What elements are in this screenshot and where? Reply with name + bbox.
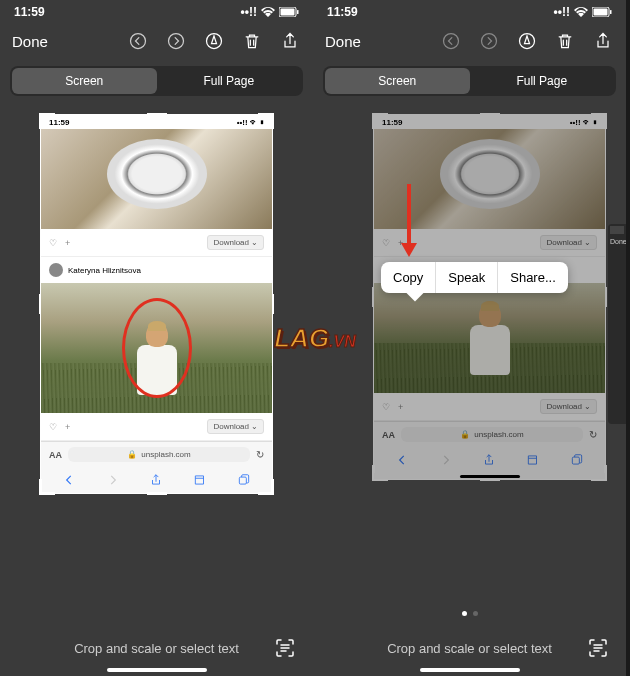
author-row[interactable]: Kateryna Hliznitsova	[41, 257, 272, 283]
screenshot-preview[interactable]: 11:59 ••!! ᯤ ▮ ♡ + Download ⌄ Kateryna H…	[373, 114, 606, 480]
share-up-icon[interactable]	[482, 453, 496, 467]
next-screenshot-peek[interactable]: Done	[608, 224, 626, 424]
url-text: unsplash.com	[474, 430, 523, 439]
child-photo	[41, 283, 272, 413]
plus-icon[interactable]: +	[398, 402, 403, 412]
author-name: Kateryna Hliznitsova	[68, 266, 141, 275]
status-icons: ••!!	[554, 5, 612, 19]
signal-icon: ••!!	[554, 5, 570, 19]
crop-handle-tl[interactable]	[372, 113, 388, 129]
text-size-button[interactable]: AA	[382, 430, 395, 440]
download-button-2[interactable]: Download ⌄	[207, 419, 264, 434]
share-up-icon[interactable]	[149, 473, 163, 487]
text-size-button[interactable]: AA	[49, 450, 62, 460]
plus-icon[interactable]: +	[65, 238, 70, 248]
chevron-down-icon: ⌄	[251, 238, 258, 247]
back-icon[interactable]	[62, 473, 76, 487]
download-button[interactable]: Download ⌄	[207, 235, 264, 250]
bookmarks-icon[interactable]	[526, 453, 540, 467]
dot-1[interactable]	[462, 611, 467, 616]
food-photo	[41, 129, 272, 229]
url-field[interactable]: 🔒 unsplash.com	[401, 427, 583, 442]
chevron-down-icon: ⌄	[584, 238, 591, 247]
tab-full-page[interactable]: Full Page	[157, 68, 302, 94]
safari-url-bar: AA 🔒 unsplash.com ↻	[374, 421, 605, 447]
trash-icon[interactable]	[241, 30, 263, 52]
back-icon[interactable]	[395, 453, 409, 467]
status-time: 11:59	[327, 5, 358, 19]
tabs-icon[interactable]	[237, 473, 251, 487]
live-text-icon[interactable]	[273, 636, 297, 660]
preview-area[interactable]: Done Copy Speak Share... 11:59 ••!! ᯤ ▮	[313, 104, 626, 604]
crop-handle-bottom[interactable]	[147, 492, 167, 495]
phone-left: 11:59 ••!! Done Screen Full Page	[0, 0, 313, 676]
heart-icon[interactable]: ♡	[49, 422, 57, 432]
svg-rect-2	[297, 10, 299, 14]
crop-handle-tr[interactable]	[258, 113, 274, 129]
reload-icon[interactable]: ↻	[589, 429, 597, 440]
crop-handle-tr[interactable]	[591, 113, 607, 129]
lock-icon: 🔒	[460, 430, 470, 439]
crop-handle-top[interactable]	[147, 113, 167, 116]
plus-icon[interactable]: +	[65, 422, 70, 432]
chevron-down-icon: ⌄	[584, 402, 591, 411]
crop-handle-bl[interactable]	[39, 479, 55, 495]
trash-icon[interactable]	[554, 30, 576, 52]
screenshot-status-bar: 11:59 ••!! ᯤ ▮	[41, 115, 272, 129]
lock-icon: 🔒	[127, 450, 137, 459]
redo-icon[interactable]	[165, 30, 187, 52]
safari-url-bar: AA 🔒 unsplash.com ↻	[41, 441, 272, 467]
download-button[interactable]: Download ⌄	[540, 235, 597, 250]
heart-icon[interactable]: ♡	[382, 238, 390, 248]
home-indicator[interactable]	[420, 668, 520, 672]
share-icon[interactable]	[279, 30, 301, 52]
safari-toolbar	[374, 447, 605, 473]
crop-handle-tl[interactable]	[39, 113, 55, 129]
tabs-icon[interactable]	[570, 453, 584, 467]
live-text-icon[interactable]	[586, 636, 610, 660]
battery-icon	[592, 7, 612, 17]
status-time: 11:59	[14, 5, 45, 19]
ss-home-indicator	[460, 475, 520, 478]
reload-icon[interactable]: ↻	[256, 449, 264, 460]
heart-icon[interactable]: ♡	[382, 402, 390, 412]
redo-icon[interactable]	[478, 30, 500, 52]
undo-icon[interactable]	[127, 30, 149, 52]
bookmarks-icon[interactable]	[193, 473, 207, 487]
dot-2[interactable]	[473, 611, 478, 616]
preview-area[interactable]: 11:59 ••!! ᯤ ▮ ♡ + Download ⌄ Kateryna H…	[0, 104, 313, 604]
watermark: LAG.VN	[274, 323, 356, 354]
done-button[interactable]: Done	[12, 33, 48, 50]
forward-icon[interactable]	[439, 453, 453, 467]
plate-graphic	[440, 139, 540, 209]
child-photo	[374, 283, 605, 393]
tab-full-page[interactable]: Full Page	[470, 68, 615, 94]
tab-screen[interactable]: Screen	[12, 68, 157, 94]
svg-rect-8	[594, 9, 608, 16]
menu-copy[interactable]: Copy	[381, 262, 436, 293]
share-icon[interactable]	[592, 30, 614, 52]
svg-rect-6	[239, 477, 246, 484]
heart-icon[interactable]: ♡	[49, 238, 57, 248]
done-button[interactable]: Done	[325, 33, 361, 50]
markup-annotation[interactable]	[122, 298, 192, 398]
plate-graphic	[107, 139, 207, 209]
child-graphic	[465, 303, 515, 383]
crop-handle-top[interactable]	[480, 113, 500, 116]
menu-share[interactable]: Share...	[498, 262, 568, 293]
crop-handle-br[interactable]	[258, 479, 274, 495]
forward-icon[interactable]	[106, 473, 120, 487]
header-toolbar	[127, 30, 301, 52]
home-indicator[interactable]	[107, 668, 207, 672]
action-icons-2: ♡ +	[49, 422, 70, 432]
svg-rect-9	[610, 10, 612, 14]
markup-icon[interactable]	[203, 30, 225, 52]
markup-icon[interactable]	[516, 30, 538, 52]
screenshot-preview[interactable]: 11:59 ••!! ᯤ ▮ ♡ + Download ⌄ Kateryna H…	[40, 114, 273, 494]
undo-icon[interactable]	[440, 30, 462, 52]
download-button-2[interactable]: Download ⌄	[540, 399, 597, 414]
menu-speak[interactable]: Speak	[436, 262, 498, 293]
tab-screen[interactable]: Screen	[325, 68, 470, 94]
wifi-icon	[261, 7, 275, 17]
url-field[interactable]: 🔒 unsplash.com	[68, 447, 250, 462]
